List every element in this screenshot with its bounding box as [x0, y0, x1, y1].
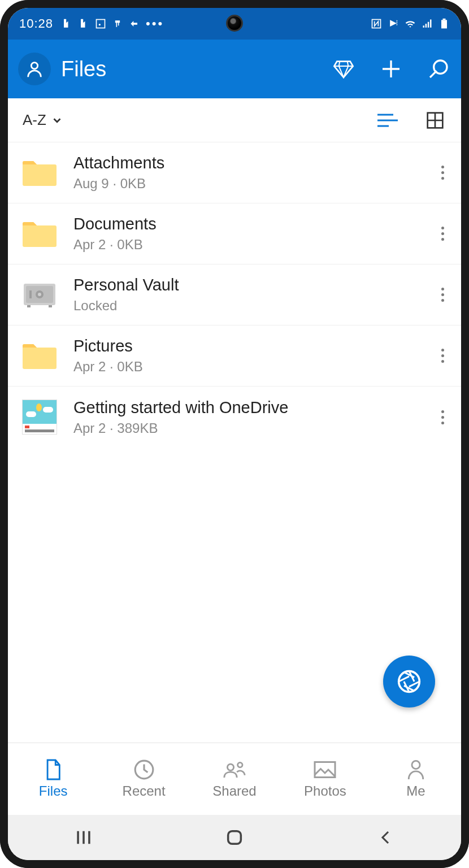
- item-meta: Apr 2 · 389KB: [73, 420, 423, 436]
- list-view-button[interactable]: [376, 111, 399, 129]
- battery-icon: [438, 18, 450, 29]
- chevron-down-icon: [51, 114, 63, 127]
- front-camera: [226, 15, 243, 32]
- item-title: Getting started with OneDrive: [73, 398, 423, 417]
- item-more-button[interactable]: [439, 161, 446, 184]
- people-icon: [223, 759, 246, 780]
- sort-label-text: A-Z: [23, 111, 46, 129]
- add-button[interactable]: [379, 57, 403, 81]
- app-bar: Files: [8, 40, 461, 98]
- more-vertical-icon: [441, 227, 444, 241]
- svg-point-1: [99, 24, 101, 25]
- grid-view-button[interactable]: [424, 111, 446, 129]
- clock-icon: [133, 759, 155, 780]
- back-nav-button[interactable]: [371, 823, 399, 852]
- item-title: Attachments: [73, 154, 423, 172]
- svg-rect-18: [27, 305, 31, 307]
- transfer-icon: [129, 18, 140, 29]
- premium-button[interactable]: [331, 57, 356, 81]
- folder-icon: [21, 341, 58, 371]
- android-navbar: [8, 815, 461, 860]
- more-vertical-icon: [441, 166, 444, 180]
- item-title: Personal Vault: [73, 276, 423, 294]
- list-icon: [376, 112, 399, 128]
- tab-label: Me: [406, 783, 425, 799]
- more-vertical-icon: [441, 288, 444, 302]
- search-icon: [427, 58, 450, 80]
- page-title: Files: [61, 57, 321, 81]
- item-more-button[interactable]: [439, 406, 446, 429]
- plus-icon: [380, 58, 402, 80]
- svg-rect-15: [29, 290, 32, 298]
- list-item[interactable]: Attachments Aug 9 · 0KB: [8, 142, 461, 203]
- vibrate-icon: [388, 18, 399, 29]
- home-icon: [225, 828, 244, 847]
- tab-shared[interactable]: Shared: [189, 743, 280, 815]
- item-more-button[interactable]: [439, 222, 446, 245]
- account-avatar-button[interactable]: [18, 53, 51, 85]
- nfc-icon: [371, 18, 382, 29]
- item-more-button[interactable]: [439, 283, 446, 306]
- svg-point-25: [412, 761, 420, 769]
- item-meta: Locked: [73, 298, 423, 314]
- grid-icon: [426, 111, 444, 129]
- item-more-button[interactable]: [439, 344, 446, 367]
- usb-icon: [112, 18, 123, 29]
- svg-rect-4: [443, 19, 446, 20]
- bottom-tabs: Files Recent Shared Photos: [8, 743, 461, 815]
- more-notif-icon: •••: [146, 16, 164, 31]
- svg-rect-0: [97, 20, 105, 28]
- tab-label: Shared: [212, 783, 256, 799]
- svg-point-22: [227, 764, 233, 770]
- list-item[interactable]: Getting started with OneDrive Apr 2 · 38…: [8, 387, 461, 448]
- svg-rect-29: [228, 831, 241, 844]
- svg-rect-24: [315, 762, 335, 777]
- svg-point-23: [238, 762, 242, 767]
- document-thumbnail: [21, 402, 58, 432]
- tab-files[interactable]: Files: [8, 743, 98, 815]
- recents-icon: [74, 828, 93, 847]
- wifi-icon: [405, 18, 416, 29]
- tab-recent[interactable]: Recent: [98, 743, 189, 815]
- back-icon: [377, 829, 394, 846]
- tab-photos[interactable]: Photos: [280, 743, 370, 815]
- list-item[interactable]: Personal Vault Locked: [8, 264, 461, 326]
- svg-point-17: [38, 293, 41, 296]
- diamond-icon: [332, 58, 355, 80]
- notif-icon: [61, 18, 72, 29]
- recents-nav-button[interactable]: [70, 823, 98, 852]
- tab-me[interactable]: Me: [371, 743, 461, 815]
- screenshot-icon: [95, 18, 106, 29]
- vault-icon: [21, 280, 58, 310]
- tab-label: Recent: [123, 783, 166, 799]
- folder-icon: [21, 158, 58, 188]
- home-nav-button[interactable]: [220, 823, 249, 852]
- file-icon: [44, 758, 63, 781]
- item-meta: Apr 2 · 0KB: [73, 237, 423, 253]
- camera-scan-fab[interactable]: [383, 656, 435, 708]
- svg-rect-3: [441, 20, 447, 28]
- more-vertical-icon: [441, 410, 444, 424]
- svg-point-5: [31, 63, 37, 69]
- tab-label: Files: [39, 783, 68, 799]
- list-item[interactable]: Pictures Apr 2 · 0KB: [8, 326, 461, 387]
- status-time: 10:28: [19, 16, 53, 31]
- item-title: Documents: [73, 215, 423, 233]
- sort-dropdown[interactable]: A-Z: [23, 111, 63, 129]
- search-button[interactable]: [426, 57, 451, 81]
- item-title: Pictures: [73, 337, 423, 355]
- item-meta: Apr 2 · 0KB: [73, 359, 423, 375]
- person-icon: [25, 59, 44, 79]
- list-item[interactable]: Documents Apr 2 · 0KB: [8, 203, 461, 264]
- signal-icon: [422, 18, 433, 29]
- folder-icon: [21, 219, 58, 249]
- tab-label: Photos: [304, 783, 346, 799]
- person-icon: [406, 759, 425, 780]
- svg-rect-19: [49, 305, 52, 307]
- notif-icon: [78, 18, 89, 29]
- more-vertical-icon: [441, 349, 444, 363]
- sort-toolbar: A-Z: [8, 98, 461, 142]
- file-list[interactable]: Attachments Aug 9 · 0KB Documents Apr 2 …: [8, 142, 461, 743]
- aperture-icon: [397, 669, 422, 694]
- item-meta: Aug 9 · 0KB: [73, 176, 423, 192]
